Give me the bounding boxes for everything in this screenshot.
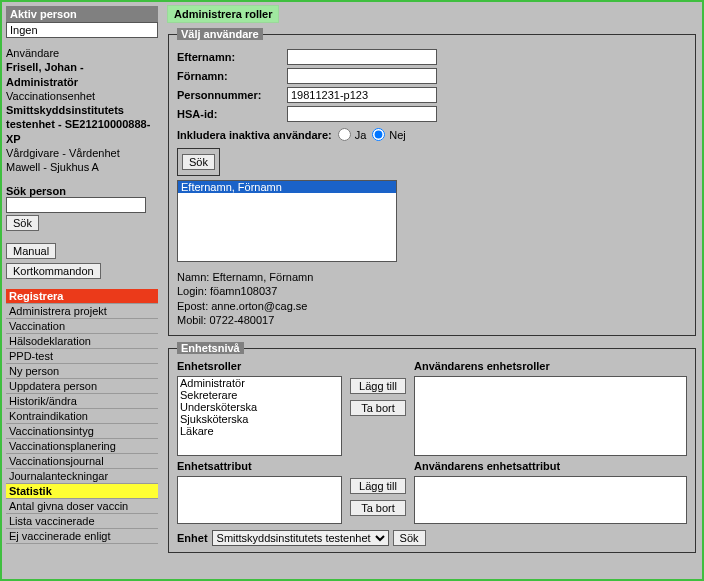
anvandare-list-item-selected[interactable]: Efternamn, Förnamn bbox=[178, 181, 396, 193]
details-epost-value: anne.orton@cag.se bbox=[211, 300, 307, 312]
sidebar-menu-item[interactable]: Vaccinationsjournal bbox=[6, 454, 158, 469]
efternamn-input[interactable] bbox=[287, 49, 437, 65]
anv-enhetsattrib-label: Användarens enhetsattribut bbox=[414, 460, 687, 472]
enhetsroller-ta-bort-button[interactable]: Ta bort bbox=[350, 400, 406, 416]
role-option[interactable]: Läkare bbox=[180, 425, 339, 437]
enhet-label: Enhet bbox=[177, 532, 208, 544]
fornamn-label: Förnamn: bbox=[177, 70, 287, 82]
page-title: Administrera roller bbox=[168, 6, 278, 22]
sidebar-menu-item[interactable]: Registrera bbox=[6, 289, 158, 304]
aktiv-person-header: Aktiv person bbox=[6, 6, 158, 22]
details-login-label: Login: bbox=[177, 285, 207, 297]
sidebar-menu-item[interactable]: Lista vaccinerade bbox=[6, 514, 158, 529]
inaktiva-nej-label: Nej bbox=[389, 129, 406, 141]
caregiver-value: Mawell - Sjukhus A bbox=[6, 160, 158, 174]
caregiver-label: Vårdgivare - Vårdenhet bbox=[6, 146, 158, 160]
valj-anvandare-legend: Välj användare bbox=[177, 28, 263, 40]
enhetsattrib-ta-bort-button[interactable]: Ta bort bbox=[350, 500, 406, 516]
role-option[interactable]: Sekreterare bbox=[180, 389, 339, 401]
inaktiva-label: Inkludera inaktiva användare: bbox=[177, 129, 332, 141]
enhetsroller-label: Enhetsroller bbox=[177, 360, 342, 372]
efternamn-label: Efternamn: bbox=[177, 51, 287, 63]
role-option[interactable]: Administratör bbox=[180, 377, 339, 389]
role-option[interactable]: Undersköterska bbox=[180, 401, 339, 413]
enhetsroller-lagg-till-button[interactable]: Lägg till bbox=[350, 378, 406, 394]
sidebar-menu-item[interactable]: Administrera projekt bbox=[6, 304, 158, 319]
anv-enhetsroller-label: Användarens enhetsroller bbox=[414, 360, 687, 372]
details-login-value: föamn108037 bbox=[210, 285, 277, 297]
sok-person-label: Sök person bbox=[6, 185, 158, 197]
valj-anvandare-fieldset: Välj användare Efternamn: Förnamn: Perso… bbox=[168, 28, 696, 336]
hsaid-input[interactable] bbox=[287, 106, 437, 122]
anv-enhetsroller-list[interactable] bbox=[414, 376, 687, 456]
sidebar-menu-item[interactable]: Ny person bbox=[6, 364, 158, 379]
enhetsniva-legend: Enhetsnivå bbox=[177, 342, 244, 354]
sidebar-menu-item[interactable]: Historik/ändra bbox=[6, 394, 158, 409]
anvandare-listbox[interactable]: Efternamn, Förnamn bbox=[177, 180, 397, 262]
sidebar-menu-item[interactable]: Uppdatera person bbox=[6, 379, 158, 394]
inaktiva-ja-label: Ja bbox=[355, 129, 367, 141]
enhet-select[interactable]: Smittskyddsinstitutets testenhet bbox=[212, 530, 389, 546]
user-label: Användare bbox=[6, 46, 158, 60]
hsaid-label: HSA-id: bbox=[177, 108, 287, 120]
details-epost-label: Epost: bbox=[177, 300, 208, 312]
user-info: Användare Frisell, Johan - Administratör… bbox=[6, 46, 158, 175]
sok-person-input[interactable] bbox=[6, 197, 146, 213]
sok-anvandare-button[interactable]: Sök bbox=[182, 154, 215, 170]
sok-person-button[interactable]: Sök bbox=[6, 215, 39, 231]
enhetsroller-list[interactable]: AdministratörSekreterareUndersköterskaSj… bbox=[177, 376, 342, 456]
sidebar-menu-item[interactable]: Kontraindikation bbox=[6, 409, 158, 424]
sidebar-menu-item[interactable]: Hälsodeklaration bbox=[6, 334, 158, 349]
sidebar-menu-item[interactable]: Vaccinationsplanering bbox=[6, 439, 158, 454]
details-mobil-value: 0722-480017 bbox=[209, 314, 274, 326]
sidebar-menu-item[interactable]: Journalanteckningar bbox=[6, 469, 158, 484]
sidebar-menu-item[interactable]: Statistik bbox=[6, 484, 158, 499]
enhetsniva-fieldset: Enhetsnivå Enhetsroller Användarens enhe… bbox=[168, 342, 696, 553]
details-mobil-label: Mobil: bbox=[177, 314, 206, 326]
sidebar-menu-item[interactable]: Vaccinationsintyg bbox=[6, 424, 158, 439]
enhetsattrib-lagg-till-button[interactable]: Lägg till bbox=[350, 478, 406, 494]
anvandare-details: Namn: Efternamn, Förnamn Login: föamn108… bbox=[177, 270, 687, 327]
enhetsattrib-label: Enhetsattribut bbox=[177, 460, 342, 472]
aktiv-person-value: Ingen bbox=[6, 22, 158, 38]
enhetsattrib-list[interactable] bbox=[177, 476, 342, 524]
sidebar-menu-item[interactable]: Antal givna doser vaccin bbox=[6, 499, 158, 514]
details-name-value: Efternamn, Förnamn bbox=[212, 271, 313, 283]
role-option[interactable]: Sjuksköterska bbox=[180, 413, 339, 425]
manual-button[interactable]: Manual bbox=[6, 243, 56, 259]
personnummer-label: Personnummer: bbox=[177, 89, 287, 101]
enhet-sok-button[interactable]: Sök bbox=[393, 530, 426, 546]
anv-enhetsattrib-list[interactable] bbox=[414, 476, 687, 524]
sidebar-menu-item[interactable]: PPD-test bbox=[6, 349, 158, 364]
kortkommandon-button[interactable]: Kortkommandon bbox=[6, 263, 101, 279]
details-name-label: Namn: bbox=[177, 271, 209, 283]
user-name: Frisell, Johan - Administratör bbox=[6, 60, 158, 89]
sidebar-menu-item[interactable]: Vaccination bbox=[6, 319, 158, 334]
sidebar-menu-item[interactable]: Ej vaccinerade enligt bbox=[6, 529, 158, 544]
unit-line1: Vaccinationsenhet bbox=[6, 89, 158, 103]
personnummer-input[interactable] bbox=[287, 87, 437, 103]
inaktiva-ja-radio[interactable] bbox=[338, 128, 351, 141]
fornamn-input[interactable] bbox=[287, 68, 437, 84]
inaktiva-nej-radio[interactable] bbox=[372, 128, 385, 141]
unit-line2: Smittskyddsinstitutets testenhet - SE212… bbox=[6, 103, 158, 146]
